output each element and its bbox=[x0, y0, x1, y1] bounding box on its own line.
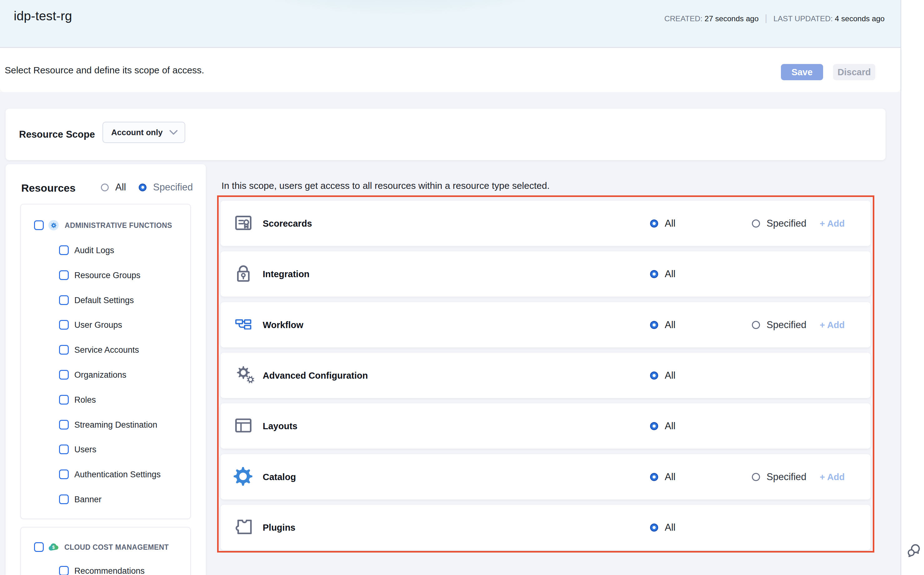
svg-text:$: $ bbox=[52, 545, 55, 550]
